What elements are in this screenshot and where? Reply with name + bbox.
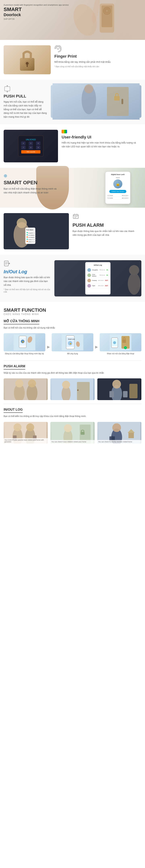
svg-point-33 (27, 234, 28, 236)
led-desc: Hiển thị trạng thái hiện tại trên màn hì… (62, 141, 138, 149)
inout-log-title-main: In/Out Log (4, 269, 27, 274)
led-icon (62, 130, 67, 133)
keypad-row-2: 7 8 9 (21, 146, 40, 149)
so-phone-log: YJ CHON PM 01:29 # YJ CHON AM 10:24 # (107, 194, 128, 199)
so-log-name-2: YJ CHON (107, 197, 113, 199)
svg-point-90 (112, 380, 121, 389)
sf-pa-images (4, 378, 141, 400)
so-phone-log-row-1: YJ CHON PM 01:29 # (107, 194, 128, 197)
push-pull-title: PUSH PULL (4, 94, 47, 99)
svg-marker-18 (6, 92, 8, 92)
sf-pa-child-illustration (50, 378, 94, 400)
hero-title-smart: SMART (4, 6, 69, 12)
so-phone-title: Digital Door Lock (111, 174, 125, 176)
svg-rect-14 (4, 87, 10, 91)
inout-log-desc: Bạn được thông báo qua tin nhắn bất cứ k… (4, 276, 51, 287)
keypad-key-5: 5 (29, 142, 33, 145)
svg-rect-105 (81, 432, 85, 435)
keypad-key-9: 9 (36, 146, 40, 149)
svg-rect-78 (5, 378, 47, 400)
inout-log-icon (4, 260, 51, 268)
io-avatar-3 (87, 279, 91, 282)
sf-io-img-1: You CAN if if your parents have visited … (4, 422, 48, 444)
sf-io-desc: Bạn có thể kiểm tra những ai đã truy cập… (4, 414, 141, 418)
divider-1 (4, 361, 141, 361)
push-pull-icon (4, 85, 11, 92)
svg-rect-23 (121, 99, 123, 104)
svg-point-85 (62, 381, 70, 389)
svg-point-27 (17, 218, 27, 228)
svg-text:Smart Lock: Smart Lock (68, 339, 75, 340)
inout-log-title: In/Out Log (4, 269, 51, 275)
svg-point-87 (77, 390, 79, 391)
sf-step-1: 🔒 Đăng ký cửa bằng điện thoại thông minh… (4, 333, 45, 355)
sf-io-title: IN/OUT LOG (4, 408, 23, 413)
sf-pa-img-1 (4, 378, 48, 400)
svg-rect-92 (123, 391, 127, 397)
sf-io-caption-3: You can check if a family member visited… (97, 440, 141, 444)
svg-rect-45 (73, 215, 78, 219)
svg-point-82 (28, 379, 36, 388)
svg-text:AM 10:24: AM 10:24 (32, 237, 36, 238)
sf-io-images: You CAN if if your parents have visited … (4, 422, 141, 444)
io-avatar-2 (87, 274, 91, 277)
sf-step-3-image: ✓ (100, 333, 141, 351)
smart-function-title: SMART FUNCTION (4, 307, 141, 313)
svg-point-56 (129, 265, 139, 275)
sf-open-title: MỞ CỬA THÔNG MINH (4, 319, 39, 324)
sf-push-alarm-section: PUSH ALARM Nhật ký vào ra cửa của các th… (4, 364, 141, 400)
push-alarm-desc: Bạn được thông báo qua tin nhắn bất cứ k… (72, 229, 138, 237)
svg-rect-112 (128, 433, 134, 438)
keypad-key-6: 6 (36, 142, 40, 145)
svg-text:✓: ✓ (125, 347, 126, 349)
svg-point-13 (57, 49, 59, 50)
smart-open-title: SMART OPEN (4, 180, 58, 186)
svg-rect-22 (107, 87, 129, 116)
push-pull-image (51, 85, 141, 118)
sf-open-desc: Bạn có thể mở cửa mà không cần sử dụng m… (4, 326, 141, 330)
fingerprint-icon (54, 45, 62, 53)
io-avatar-1 (87, 268, 91, 272)
io-time-4: AM 10:24 (98, 285, 104, 286)
hero-premium-text: A premium model with fingerprint recogni… (4, 4, 69, 6)
io-avatar-4 (87, 284, 91, 287)
led-title: User-friendly UI (62, 135, 138, 140)
so-log-time-2: AM 10:24 # (122, 197, 128, 199)
keypad-display: UNLOCKED 4 5 6 7 8 9 TRY AGAIN (18, 135, 44, 157)
so-phone-unlock-btn: Unlock Your Screen (109, 190, 126, 193)
io-name-1: Daughter (92, 269, 98, 271)
led-section: UNLOCKED 4 5 6 7 8 9 TRY AGAIN User-frie… (0, 124, 145, 168)
svg-rect-1 (102, 5, 112, 27)
sf-open-section: MỞ CỬA THÔNG MINH Bạn có thể mở cửa mà k… (4, 319, 141, 355)
svg-rect-25 (4, 213, 69, 249)
push-alarm-icon (72, 213, 138, 221)
sf-step-2-label: Mở ứng dụng (52, 352, 93, 355)
divider-2 (4, 404, 141, 404)
svg-rect-86 (77, 382, 90, 400)
svg-point-21 (84, 84, 93, 93)
svg-text:PM 01:31: PM 01:31 (32, 235, 36, 236)
sf-step-2-illustration: Smart Lock 🔓 (62, 334, 83, 350)
keypad-key-4: 4 (21, 142, 26, 145)
push-alarm-section: Push Alarm Daughter PM 01:31 Choi Minton… (0, 208, 145, 255)
so-phone-log-row-2: YJ CHON AM 10:24 # (107, 197, 128, 199)
svg-rect-72 (122, 340, 126, 343)
push-pull-desc: Ngay khi mở cửa, bạn có thể dễ dàng mở c… (4, 100, 47, 119)
svg-rect-51 (4, 261, 8, 266)
svg-point-36 (27, 237, 28, 238)
io-name-3: Yookey (92, 280, 97, 281)
fingerprint-illustration (9, 47, 45, 72)
so-log-name-1: YJ CHON (107, 195, 113, 196)
smart-function-subtitle: CHỨC NĂNG THÔNG MINH (4, 313, 141, 315)
svg-rect-93 (129, 384, 137, 398)
svg-text:🔓: 🔓 (69, 342, 72, 344)
svg-text:Yookey: Yookey (28, 239, 32, 240)
push-pull-content: PUSH PULL Ngay khi mở cửa, bạn có thể dễ… (4, 85, 51, 119)
fingerprint-desc: Mở khóa bằng vân tay, không cần phải nhớ… (54, 60, 138, 64)
sf-step-3-illustration: ✓ (110, 334, 132, 350)
hero-illustration (63, 0, 136, 40)
sf-pa-img-2 (50, 378, 94, 400)
inout-log-content: In/Out Log Bạn được thông báo qua tin nh… (4, 260, 54, 297)
sf-step-3-label: Nhấn nút mở cửa bằng điện thoại (100, 352, 141, 355)
svg-point-55 (128, 273, 141, 294)
